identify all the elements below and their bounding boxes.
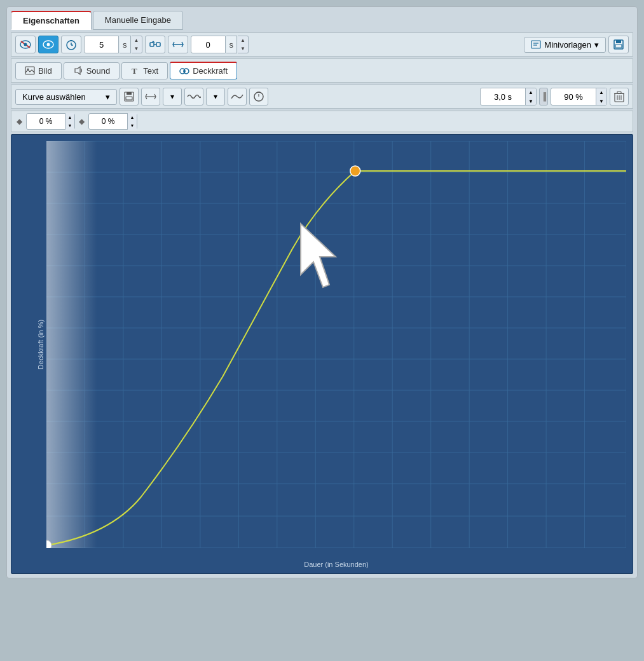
svg-rect-17	[616, 40, 621, 43]
curve-percent-up[interactable]: ▲	[596, 88, 606, 97]
to-offset-value: 0 %	[89, 117, 127, 126]
bild-label: Bild	[38, 66, 52, 76]
minivorlagen-button[interactable]: Minivorlagen ▾	[524, 37, 606, 53]
tab-eigenschaften[interactable]: Eigenschaften	[11, 11, 92, 30]
curve-smooth-button[interactable]	[228, 88, 247, 106]
svg-rect-18	[615, 44, 622, 48]
svg-rect-33	[617, 92, 621, 93]
visibility-off-button[interactable]	[15, 36, 36, 53]
offset-arrows: ▲ ▼	[238, 36, 249, 53]
curve-duration-down[interactable]: ▼	[526, 97, 536, 106]
svg-rect-19	[25, 67, 34, 74]
to-offset-arrows: ▲ ▼	[127, 113, 137, 130]
delete-button[interactable]	[610, 88, 629, 106]
from-offset-down[interactable]: ▼	[65, 121, 74, 130]
svg-point-4	[47, 43, 50, 46]
duration-down[interactable]: ▼	[132, 44, 142, 53]
curve-duration-value: 3,0 s	[481, 92, 525, 102]
curve-fit-button[interactable]	[141, 88, 160, 106]
tab-bar: Eigenschaften Manuelle Eingabe	[11, 11, 633, 30]
to-diamond-icon: ◆	[79, 117, 85, 126]
minivorlagen-dropdown-arrow: ▾	[594, 40, 599, 50]
media-toolbar: Bild Sound T Text Deckkraft	[11, 58, 633, 83]
curve-select-label: Kurve auswählen	[22, 92, 86, 102]
to-offset-spin: 0 % ▲ ▼	[88, 113, 137, 130]
toolbar-row-1: s ▲ ▼ s ▲ ▼ Minivorlagen ▾	[11, 32, 633, 57]
from-offset-arrows: ▲ ▼	[65, 113, 74, 130]
offset-field: s ▲ ▼	[191, 36, 249, 53]
visibility-on-button[interactable]	[38, 36, 58, 53]
text-button[interactable]: T Text	[121, 62, 168, 79]
minivorlagen-label: Minivorlagen	[544, 40, 591, 50]
from-offset-value: 0 %	[27, 117, 65, 126]
x-axis-label: Dauer (in Sekunden)	[304, 561, 369, 568]
svg-rect-9	[150, 43, 154, 46]
curve-circle-button[interactable]	[249, 88, 268, 106]
curve-percent-value: 90 %	[551, 92, 596, 102]
deckkraft-label: Deckkraft	[193, 66, 228, 76]
from-diamond-icon: ◆	[17, 117, 22, 126]
curve-percent-spin: 90 % ▲ ▼	[551, 88, 607, 106]
duration-arrows: ▲ ▼	[132, 36, 142, 53]
svg-rect-27	[126, 97, 132, 100]
duration-unit: s	[120, 36, 131, 53]
offset-input[interactable]	[191, 36, 226, 53]
curve-node[interactable]	[350, 166, 360, 176]
svg-text:T: T	[132, 66, 137, 75]
from-offset-up[interactable]: ▲	[65, 113, 74, 121]
curve-duration-arrows: ▲ ▼	[525, 88, 536, 106]
bild-button[interactable]: Bild	[15, 62, 62, 79]
svg-rect-37	[46, 141, 626, 548]
duration-field: s ▲ ▼	[84, 36, 142, 53]
curve-wave-dropdown[interactable]: ▾	[206, 88, 225, 106]
curve-dropdown-arrow: ▾	[106, 92, 110, 102]
sound-label: Sound	[86, 66, 111, 76]
expand-button[interactable]	[168, 36, 188, 53]
curve-fit-dropdown[interactable]: ▾	[163, 88, 182, 106]
curve-save-button[interactable]	[120, 88, 139, 106]
offset-down[interactable]: ▼	[238, 44, 248, 53]
curve-wave-button[interactable]	[184, 88, 203, 106]
save-button[interactable]	[608, 36, 629, 53]
curve-percent-down[interactable]: ▼	[596, 97, 606, 106]
duration-input[interactable]	[84, 36, 119, 53]
curve-select[interactable]: Kurve auswählen ▾	[15, 89, 117, 105]
svg-rect-13	[531, 41, 540, 48]
svg-rect-10	[156, 43, 160, 46]
curve-toolbar: Kurve auswählen ▾ ▾ ▾ 3,0 s ▲ ▼ ▐	[11, 85, 633, 109]
curve-duration-up[interactable]: ▲	[526, 88, 536, 97]
duration-up[interactable]: ▲	[132, 36, 142, 44]
y-axis-label: Deckkraft (in %)	[37, 320, 45, 369]
offset-row: ◆ 0 % ▲ ▼ ◆ 0 % ▲ ▼	[11, 111, 633, 132]
svg-point-2	[24, 43, 27, 46]
text-label: Text	[143, 66, 158, 76]
chart-svg: 100 92 84 77 69 61 54 46 38 31 23 15 8 0…	[46, 141, 626, 548]
svg-marker-21	[75, 67, 80, 74]
to-offset-down[interactable]: ▼	[128, 121, 137, 130]
sound-button[interactable]: Sound	[64, 62, 120, 79]
to-offset-up[interactable]: ▲	[128, 113, 137, 121]
timer-button[interactable]	[61, 36, 81, 53]
svg-rect-95	[46, 141, 97, 548]
separator-icon: ▐	[539, 88, 548, 106]
chart-container: Deckkraft (in %) Dauer (in Sekunden)	[11, 134, 633, 574]
main-container: Eigenschaften Manuelle Eingabe s ▲ ▼	[6, 6, 638, 578]
curve-percent-arrows: ▲ ▼	[596, 88, 606, 106]
offset-unit: s	[226, 36, 238, 53]
transform-button[interactable]	[145, 36, 165, 53]
svg-rect-8	[70, 40, 72, 41]
deckkraft-button[interactable]: Deckkraft	[170, 62, 237, 79]
tab-manuelle-eingabe[interactable]: Manuelle Eingabe	[93, 11, 183, 30]
curve-duration-spin: 3,0 s ▲ ▼	[480, 88, 537, 106]
offset-up[interactable]: ▲	[238, 36, 248, 44]
chart-inner: Deckkraft (in %) Dauer (in Sekunden)	[46, 141, 626, 548]
from-offset-spin: 0 % ▲ ▼	[26, 113, 75, 130]
svg-rect-26	[127, 92, 132, 95]
